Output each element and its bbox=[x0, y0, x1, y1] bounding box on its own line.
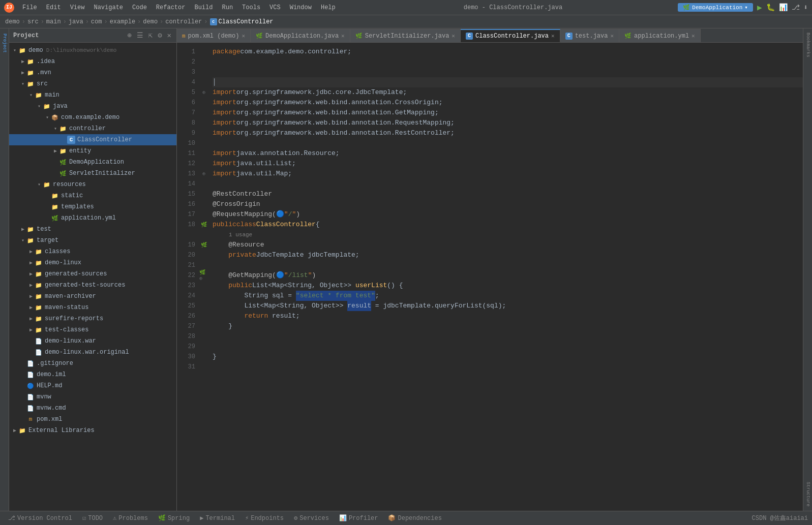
bookmarks-strip[interactable]: Bookmarks bbox=[805, 30, 810, 59]
tab-pom-xml[interactable]: m pom.xml (demo) ✕ bbox=[177, 29, 251, 42]
tree-controller[interactable]: ▾ 📁 controller bbox=[9, 123, 176, 134]
menu-code[interactable]: Code bbox=[128, 3, 151, 12]
panel-scope-icon[interactable]: ⊕ bbox=[126, 30, 132, 41]
tree-classes[interactable]: ▶ 📁 classes bbox=[9, 246, 176, 257]
tab-close-icon[interactable]: ✕ bbox=[691, 33, 695, 39]
spring-btn[interactable]: 🌿 Spring bbox=[154, 513, 194, 523]
run-config-btn[interactable]: 🌿 DemoApplication ▾ bbox=[678, 3, 753, 12]
tree-external-libraries[interactable]: ▶ 📁 External Libraries bbox=[9, 425, 176, 436]
tree-target[interactable]: ▾ 📁 target bbox=[9, 235, 176, 246]
tab-close-icon[interactable]: ✕ bbox=[341, 33, 345, 39]
dropdown-icon: ▾ bbox=[744, 4, 748, 11]
tree-maven-archiver[interactable]: ▶ 📁 maven-archiver bbox=[9, 291, 176, 302]
code-editor[interactable]: 1 2 3 4 5 6 7 8 9 10 11 12 13 14 15 16 1… bbox=[177, 43, 803, 511]
debug-button[interactable]: 🐛 bbox=[766, 3, 775, 12]
tree-pom-xml[interactable]: m pom.xml bbox=[9, 414, 176, 425]
menu-view[interactable]: View bbox=[66, 3, 89, 12]
tree-surefire-reports[interactable]: ▶ 📁 surefire-reports bbox=[9, 313, 176, 324]
panel-settings-icon[interactable]: ⚙ bbox=[157, 30, 163, 41]
tree-demo-linux[interactable]: ▶ 📁 demo-linux bbox=[9, 257, 176, 268]
tree-servletinitializer[interactable]: 🌿 ServletInitializer bbox=[9, 168, 176, 179]
menu-run[interactable]: Run bbox=[218, 3, 237, 12]
tab-test[interactable]: C test.java ✕ bbox=[560, 29, 619, 42]
tree-templates[interactable]: 📁 templates bbox=[9, 201, 176, 212]
tree-package[interactable]: ▾ 📦 com.example.demo bbox=[9, 112, 176, 123]
tree-demo-linux-war-original[interactable]: 📄 demo-linux.war.original bbox=[9, 347, 176, 358]
menu-build[interactable]: Build bbox=[190, 3, 217, 12]
tree-application-yml[interactable]: 🌿 application.yml bbox=[9, 212, 176, 224]
update-button[interactable]: ⬇ bbox=[804, 3, 808, 12]
tree-help-md[interactable]: 🔵 HELP.md bbox=[9, 380, 176, 391]
tree-mvn[interactable]: ▶ 📁 .mvn bbox=[9, 67, 176, 78]
menu-tools[interactable]: Tools bbox=[238, 3, 264, 12]
tree-generated-sources[interactable]: ▶ 📁 generated-sources bbox=[9, 268, 176, 280]
tab-demoapplication[interactable]: 🌿 DemoApplication.java ✕ bbox=[251, 29, 350, 42]
services-btn[interactable]: ⚙ Services bbox=[290, 513, 333, 523]
todo-btn[interactable]: ☑ TODO bbox=[78, 513, 107, 523]
tab-close-icon[interactable]: ✕ bbox=[551, 33, 555, 39]
tab-classcontroller[interactable]: C ClassController.java ✕ bbox=[461, 29, 560, 42]
breadcrumb-classcontroller[interactable]: ClassController bbox=[219, 18, 274, 25]
menu-vcs[interactable]: VCS bbox=[265, 3, 285, 12]
version-control-btn[interactable]: ⎇ Version Control bbox=[4, 513, 76, 523]
tree-classcontroller[interactable]: C ClassController bbox=[9, 134, 176, 145]
structure-strip[interactable]: Structure bbox=[805, 480, 810, 509]
breadcrumb-controller[interactable]: controller bbox=[165, 18, 202, 25]
tree-mvnw-cmd[interactable]: 📄 mvnw.cmd bbox=[9, 403, 176, 414]
arrow-icon: ▾ bbox=[36, 103, 43, 109]
breadcrumb-java[interactable]: java bbox=[69, 18, 83, 25]
tree-entity[interactable]: ▶ 📁 entity bbox=[9, 145, 176, 157]
problems-btn[interactable]: ⚠ Problems bbox=[109, 513, 152, 523]
tree-resources[interactable]: ▾ 📁 resources bbox=[9, 179, 176, 190]
tab-close-icon[interactable]: ✕ bbox=[452, 33, 455, 39]
menu-help[interactable]: Help bbox=[317, 3, 340, 12]
folder-icon: 📁 bbox=[35, 303, 43, 312]
menu-navigate[interactable]: Navigate bbox=[89, 3, 127, 12]
breadcrumb-demo2[interactable]: demo bbox=[143, 18, 158, 25]
tree-test-classes[interactable]: ▶ 📁 test-classes bbox=[9, 324, 176, 335]
tab-application-yml[interactable]: 🌿 application.yml ✕ bbox=[619, 29, 701, 42]
profile-button[interactable]: 📊 bbox=[779, 3, 788, 12]
menu-edit[interactable]: Edit bbox=[42, 3, 65, 12]
breadcrumb-example[interactable]: example bbox=[110, 18, 135, 25]
tree-maven-status[interactable]: ▶ 📁 maven-status bbox=[9, 302, 176, 313]
menu-window[interactable]: Window bbox=[286, 3, 316, 12]
panel-layout-icon[interactable]: ☰ bbox=[136, 30, 144, 41]
run-button[interactable]: ▶ bbox=[757, 3, 762, 13]
tab-servletinitializer[interactable]: 🌿 ServletInitializer.java ✕ bbox=[350, 29, 461, 42]
tree-main[interactable]: ▾ 📁 main bbox=[9, 89, 176, 101]
tree-demo-linux-war[interactable]: 📄 demo-linux.war bbox=[9, 335, 176, 347]
spring-label: Spring bbox=[168, 515, 190, 522]
tab-close-icon[interactable]: ✕ bbox=[610, 33, 614, 39]
panel-collapse-icon[interactable]: ⇱ bbox=[147, 30, 154, 41]
arrow-icon: ▾ bbox=[19, 237, 26, 243]
breadcrumb-demo[interactable]: demo bbox=[5, 18, 20, 25]
endpoints-btn[interactable]: ⚡ Endpoints bbox=[241, 513, 288, 523]
vcs-button[interactable]: ⎇ bbox=[792, 3, 800, 12]
dependencies-btn[interactable]: 📦 Dependencies bbox=[384, 513, 445, 523]
tree-demoapplication[interactable]: 🌿 DemoApplication bbox=[9, 157, 176, 168]
menu-file[interactable]: File bbox=[18, 3, 41, 12]
tab-close-icon[interactable]: ✕ bbox=[242, 33, 245, 39]
tree-gitignore[interactable]: 📄 .gitignore bbox=[9, 358, 176, 369]
tree-test[interactable]: ▶ 📁 test bbox=[9, 224, 176, 235]
code-content[interactable]: package com.example.demo.controller; │ i… bbox=[208, 43, 803, 511]
tree-demo-iml[interactable]: 📄 demo.iml bbox=[9, 369, 176, 380]
terminal-btn[interactable]: ▶ Terminal bbox=[196, 513, 239, 523]
tree-generated-test-sources[interactable]: ▶ 📁 generated-test-sources bbox=[9, 280, 176, 291]
breadcrumb-src[interactable]: src bbox=[27, 18, 39, 25]
menu-refactor[interactable]: Refactor bbox=[152, 3, 190, 12]
folder-icon: 📁 bbox=[35, 292, 43, 300]
profiler-btn[interactable]: 📊 Profiler bbox=[335, 513, 382, 523]
tree-mvnw[interactable]: 📄 mvnw bbox=[9, 391, 176, 403]
tree-src[interactable]: ▾ 📁 src bbox=[9, 78, 176, 89]
tree-label: generated-sources bbox=[45, 270, 107, 277]
breadcrumb-com[interactable]: com bbox=[91, 18, 102, 25]
tree-root-demo[interactable]: ▾ 📁 demo D:\linuxhomework\demo bbox=[9, 45, 176, 56]
tree-idea[interactable]: ▶ 📁 .idea bbox=[9, 56, 176, 67]
tree-java[interactable]: ▾ 📁 java bbox=[9, 101, 176, 112]
panel-close-icon[interactable]: ✕ bbox=[166, 30, 172, 41]
project-strip-item[interactable]: Project bbox=[1, 30, 8, 56]
breadcrumb-main[interactable]: main bbox=[46, 18, 61, 25]
tree-static[interactable]: 📁 static bbox=[9, 190, 176, 201]
